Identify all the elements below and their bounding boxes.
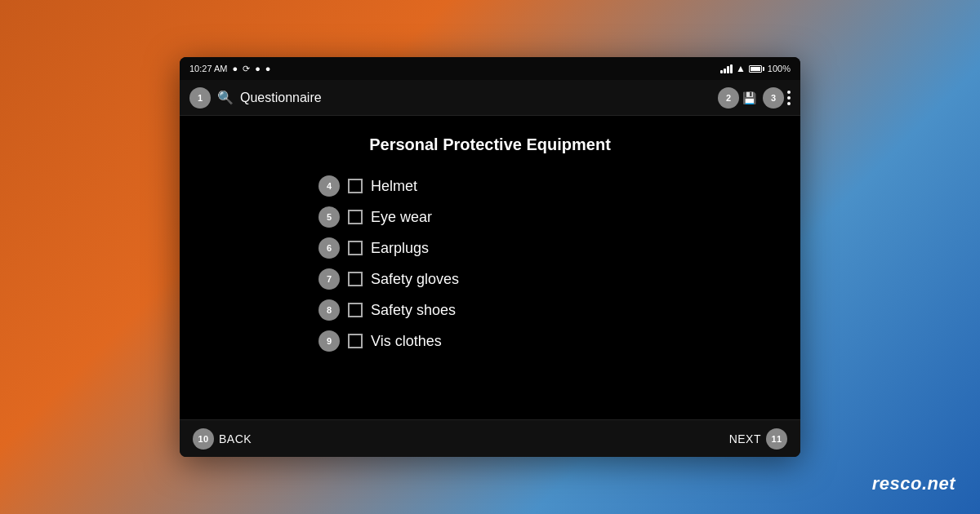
item-label: Safety gloves (371, 271, 459, 288)
phone-frame: 10:27 AM ● ⟳ ● ● ▲ 100% 1 (180, 57, 800, 457)
item-checkbox[interactable] (348, 334, 363, 348)
battery-percent: 100% (768, 64, 791, 73)
item-label: Vis clothes (371, 333, 442, 350)
checklist-item[interactable]: 4Helmet (318, 172, 662, 200)
more-badge[interactable]: 3 (763, 87, 784, 109)
branding-label: resco.net (872, 473, 956, 494)
item-checkbox[interactable] (348, 241, 363, 255)
checklist-item[interactable]: 7Safety gloves (318, 265, 662, 293)
item-label: Safety shoes (371, 302, 456, 319)
toolbar-title: Questionnaire (240, 91, 322, 105)
item-number-badge: 6 (318, 237, 340, 259)
item-number-badge: 5 (318, 206, 340, 228)
next-button[interactable]: NEXT 11 (729, 428, 787, 450)
toolbar: 1 🔍 Questionnaire 2 💾 3 (180, 80, 800, 116)
checklist: 4Helmet5Eye wear6Earplugs7Safety gloves8… (318, 172, 662, 355)
item-number-badge: 8 (318, 299, 340, 321)
back-label: BACK (219, 432, 252, 445)
more-menu-icon[interactable] (787, 91, 791, 105)
next-badge: 11 (766, 428, 787, 450)
item-label: Eye wear (371, 209, 432, 226)
checklist-item[interactable]: 8Safety shoes (318, 296, 662, 324)
sync-icon: ⟳ (243, 64, 250, 74)
search-icon[interactable]: 🔍 (217, 90, 234, 105)
save-icon[interactable]: 💾 (742, 91, 756, 104)
item-checkbox[interactable] (348, 210, 363, 224)
item-number-badge: 4 (318, 175, 340, 197)
save-badge[interactable]: 2 (718, 87, 739, 109)
page-title: Personal Protective Equipment (369, 135, 611, 154)
battery-icon (749, 65, 764, 73)
checklist-item[interactable]: 9Vis clothes (318, 327, 662, 355)
bottom-bar: 10 BACK NEXT 11 (180, 419, 800, 457)
main-content: Personal Protective Equipment 4Helmet5Ey… (180, 116, 800, 419)
wifi-icon: ▲ (736, 63, 746, 74)
item-number-badge: 7 (318, 268, 340, 290)
toolbar-left: 1 🔍 Questionnaire (189, 87, 322, 109)
time-display: 10:27 AM (189, 64, 227, 73)
toolbar-right: 2 💾 3 (718, 87, 791, 109)
item-checkbox[interactable] (348, 303, 363, 317)
item-number-badge: 9 (318, 330, 340, 352)
back-button[interactable]: 10 BACK (193, 428, 252, 450)
moon-icon: ● (232, 64, 238, 73)
search-badge[interactable]: 1 (189, 87, 211, 109)
item-label: Earplugs (371, 240, 429, 257)
extra-icon: ● (265, 64, 271, 73)
status-bar: 10:27 AM ● ⟳ ● ● ▲ 100% (180, 57, 800, 80)
item-label: Helmet (371, 178, 417, 195)
status-right: ▲ 100% (720, 63, 791, 74)
checklist-item[interactable]: 6Earplugs (318, 234, 662, 262)
signal-icon (720, 64, 733, 73)
status-left: 10:27 AM ● ⟳ ● ● (189, 64, 270, 74)
notifications-icon: ● (255, 64, 261, 73)
checklist-item[interactable]: 5Eye wear (318, 203, 662, 231)
item-checkbox[interactable] (348, 272, 363, 286)
back-badge: 10 (193, 428, 214, 450)
item-checkbox[interactable] (348, 179, 363, 193)
next-label: NEXT (729, 432, 761, 445)
